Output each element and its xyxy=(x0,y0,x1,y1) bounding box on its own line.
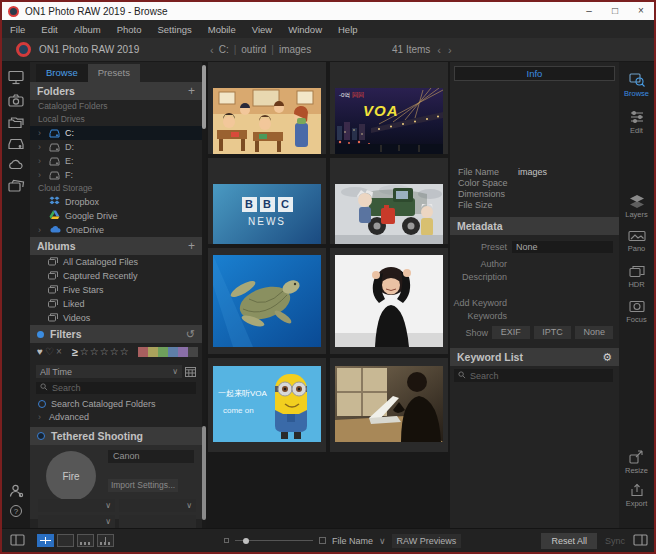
help-icon[interactable]: ? xyxy=(10,505,22,517)
module-export[interactable]: Export xyxy=(619,483,654,508)
breadcrumb-folder[interactable]: outird xyxy=(241,44,266,55)
photo-cell[interactable] xyxy=(330,158,448,244)
raw-previews-label[interactable]: RAW Previews xyxy=(392,534,462,548)
account-icon[interactable] xyxy=(9,484,24,498)
photo-cell[interactable]: 一起来听VOA come on xyxy=(208,358,326,452)
drive-icon[interactable] xyxy=(7,138,25,150)
tethered-shooting-header[interactable]: Tethered Shooting xyxy=(30,427,202,445)
grid-view-button[interactable] xyxy=(37,534,54,547)
cloud-row-dropbox[interactable]: Dropbox xyxy=(30,195,202,209)
scrollbar-thumb[interactable] xyxy=(202,65,206,129)
thumbnail-voa-bridge[interactable]: -0억 回回 VOA xyxy=(335,88,443,154)
cloud-row-google-drive[interactable]: Google Drive xyxy=(30,209,202,223)
color-swatch[interactable] xyxy=(188,347,198,357)
module-layers[interactable]: Layers xyxy=(619,194,654,219)
label-checkbox[interactable] xyxy=(319,537,326,544)
color-swatch[interactable] xyxy=(158,347,168,357)
drive-row-d[interactable]: › D: xyxy=(30,140,202,154)
color-swatch[interactable] xyxy=(148,347,158,357)
keyword-search-input[interactable]: Search xyxy=(454,369,613,382)
filter-search-input[interactable]: Search xyxy=(36,382,196,394)
thumbnail-minion-voa[interactable]: 一起来听VOA come on xyxy=(213,366,321,442)
none-button[interactable]: None xyxy=(575,326,613,339)
albums-panel-header[interactable]: Albums + xyxy=(30,237,202,255)
menu-help[interactable]: Help xyxy=(338,24,358,35)
drive-row-c[interactable]: › C: xyxy=(30,126,202,140)
menu-mobile[interactable]: Mobile xyxy=(208,24,236,35)
photo-cell[interactable] xyxy=(208,62,326,154)
module-edit[interactable]: Edit xyxy=(619,110,654,135)
liked-filter-icon[interactable]: ♥ xyxy=(37,346,43,357)
menu-window[interactable]: Window xyxy=(288,24,322,35)
tethered-dropdown[interactable]: ∨ xyxy=(38,499,115,512)
date-range-dropdown[interactable]: All Time ∨ xyxy=(36,365,182,378)
breadcrumb-sub[interactable]: images xyxy=(279,44,311,55)
next-icon[interactable]: › xyxy=(448,44,452,56)
filters-panel-header[interactable]: Filters ↺ xyxy=(30,325,202,343)
album-row[interactable]: Liked xyxy=(30,297,202,311)
tethered-dropdown[interactable]: ∨ xyxy=(38,515,115,528)
album-row[interactable]: All Cataloged Files xyxy=(30,255,202,269)
menu-album[interactable]: Album xyxy=(74,24,101,35)
prev-icon[interactable]: ‹ xyxy=(437,44,441,56)
menu-photo[interactable]: Photo xyxy=(117,24,142,35)
metadata-panel-header[interactable]: Metadata xyxy=(450,217,619,235)
tethered-dropdown[interactable]: ∨ xyxy=(119,499,196,512)
left-panel-toggle-icon[interactable] xyxy=(10,534,25,548)
compare-view-button[interactable] xyxy=(97,534,114,547)
tethered-toggle-icon[interactable] xyxy=(37,432,45,440)
menu-edit[interactable]: Edit xyxy=(41,24,57,35)
not-liked-filter-icon[interactable]: ♡ xyxy=(45,346,54,357)
color-swatch[interactable] xyxy=(178,347,188,357)
photo-cell[interactable]: -0억 回回 VOA xyxy=(330,62,448,154)
close-button[interactable]: × xyxy=(628,2,654,20)
breadcrumb-drive[interactable]: C: xyxy=(219,44,229,55)
keyword-list-header[interactable]: Keyword List ⚙ xyxy=(450,348,619,366)
folders-icon[interactable] xyxy=(7,116,25,129)
tab-browse[interactable]: Browse xyxy=(36,64,88,82)
add-album-icon[interactable]: + xyxy=(188,239,195,253)
exif-button[interactable]: EXIF xyxy=(492,326,530,339)
rejected-filter-icon[interactable]: × xyxy=(56,346,62,357)
photo-cell[interactable] xyxy=(330,358,448,452)
menu-file[interactable]: File xyxy=(10,24,25,35)
menu-settings[interactable]: Settings xyxy=(157,24,191,35)
gear-icon[interactable]: ⚙ xyxy=(602,351,612,364)
folders-panel-header[interactable]: Folders + xyxy=(30,82,202,100)
minimize-button[interactable]: – xyxy=(576,2,602,20)
add-folder-icon[interactable]: + xyxy=(188,84,195,98)
cloud-row-onedrive[interactable]: › OneDrive xyxy=(30,223,202,237)
chevron-right-icon[interactable]: › xyxy=(38,170,44,180)
radio-icon[interactable] xyxy=(38,400,46,408)
back-icon[interactable]: ‹ xyxy=(210,44,214,56)
preset-dropdown[interactable]: None xyxy=(512,241,613,253)
chevron-down-icon[interactable]: ∨ xyxy=(379,536,386,546)
module-hdr[interactable]: HDR xyxy=(619,265,654,289)
thumbnail-car-cartoon[interactable] xyxy=(335,184,443,244)
thumbnail-bbc-news[interactable]: B B C NEWS xyxy=(213,184,321,244)
photo-cell[interactable] xyxy=(330,248,448,354)
camera-select[interactable]: Canon xyxy=(108,450,194,463)
color-swatch[interactable] xyxy=(138,347,148,357)
album-row[interactable]: Captured Recently xyxy=(30,269,202,283)
tab-presets[interactable]: Presets xyxy=(88,64,140,82)
album-row[interactable]: Videos xyxy=(30,311,202,325)
cataloged-folders-section[interactable]: Cataloged Folders xyxy=(30,100,202,113)
module-browse[interactable]: Browse xyxy=(619,72,654,98)
module-focus[interactable]: Focus xyxy=(619,300,654,324)
tethered-field[interactable] xyxy=(119,515,196,528)
cloud-icon[interactable] xyxy=(7,159,25,170)
thumbnail-woman-hands-on-head[interactable] xyxy=(335,255,443,347)
camera-icon[interactable] xyxy=(7,94,25,107)
chevron-right-icon[interactable]: › xyxy=(38,156,44,166)
search-cataloged-toggle[interactable]: Search Cataloged Folders xyxy=(30,397,202,410)
iptc-button[interactable]: IPTC xyxy=(534,326,572,339)
photo-cell[interactable]: B B C NEWS xyxy=(208,158,326,244)
thumbnail-man-laptop[interactable] xyxy=(335,366,443,442)
color-swatch[interactable] xyxy=(168,347,178,357)
chevron-right-icon[interactable]: › xyxy=(38,142,44,152)
thumbnail-classroom-cartoon[interactable] xyxy=(213,88,321,154)
sync-button[interactable]: Sync xyxy=(605,536,625,546)
filmstrip-view-button[interactable] xyxy=(77,534,94,547)
module-pano[interactable]: Pano xyxy=(619,230,654,253)
